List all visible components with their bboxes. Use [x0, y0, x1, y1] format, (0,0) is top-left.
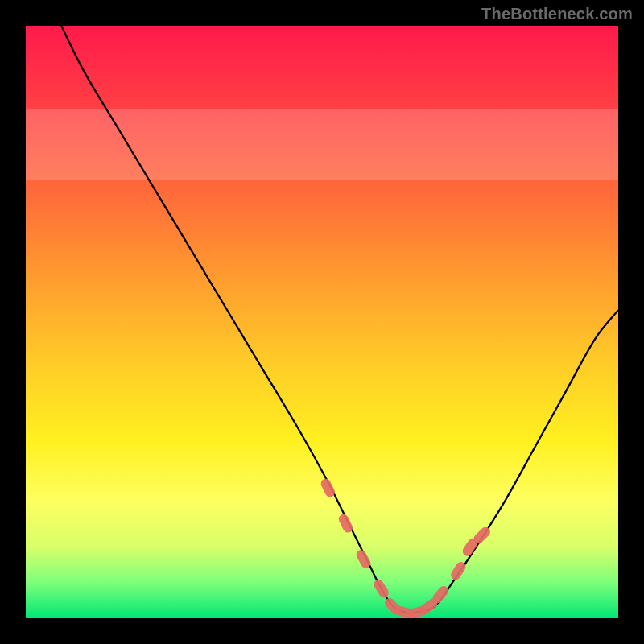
chart-stage: TheBottleneck.com	[0, 0, 644, 644]
curve-layer	[26, 26, 618, 618]
marker-group	[320, 477, 493, 618]
attribution-text: TheBottleneck.com	[481, 5, 633, 23]
plot-area	[26, 26, 618, 618]
marker-point	[372, 578, 390, 600]
curve-path	[61, 26, 618, 613]
